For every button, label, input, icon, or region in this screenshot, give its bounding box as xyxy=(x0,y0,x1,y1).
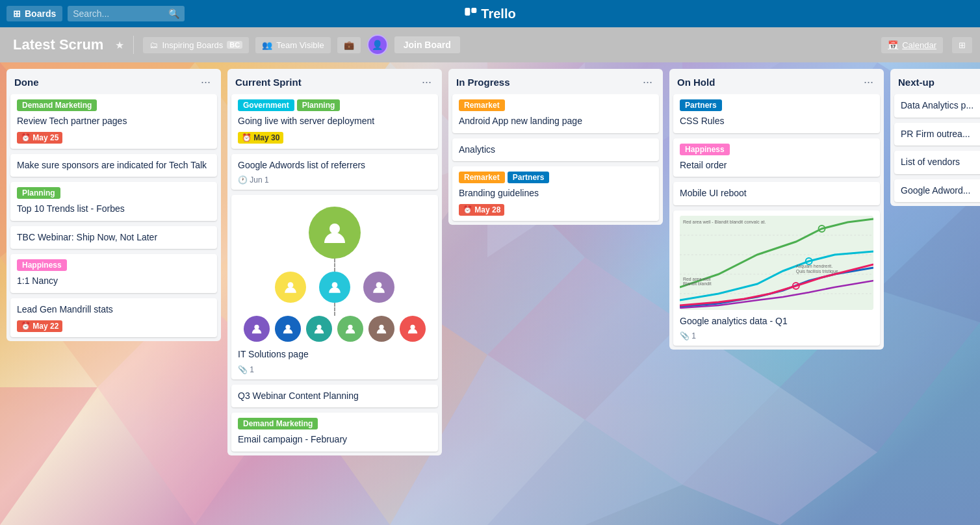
grid-icon: ⊞ xyxy=(13,8,21,19)
list-current-sprint: Current Sprint ··· Government Planning G… xyxy=(227,69,442,455)
org-node-b6 xyxy=(400,316,426,342)
list-progress-menu-button[interactable]: ··· xyxy=(640,75,655,89)
avatar[interactable]: 👤 xyxy=(367,34,388,55)
bc-badge: BC xyxy=(227,41,242,49)
card-analytics[interactable]: Analytics xyxy=(452,138,659,162)
list-done-title: Done xyxy=(14,77,39,88)
list-progress-header: In Progress ··· xyxy=(448,69,663,94)
card-branding[interactable]: Remarket Partners Branding guidelines ⏰ … xyxy=(452,166,659,221)
svg-point-33 xyxy=(379,325,383,329)
card-meta: ⏰ May 25 xyxy=(17,132,211,144)
label-happiness: Happiness xyxy=(17,259,67,271)
card-mobile-ui[interactable]: Mobile UI reboot xyxy=(673,182,880,205)
card-email-campaign[interactable]: Demand Marketing Email campaign - Februa… xyxy=(231,413,438,452)
list-sprint-title: Current Sprint xyxy=(235,77,302,88)
card-title: Mobile UI reboot xyxy=(680,187,873,200)
label-remarket: Remarket xyxy=(459,172,505,183)
card-server-deploy[interactable]: Government Planning Going live with serv… xyxy=(231,94,438,149)
card-tbc-webinar[interactable]: TBC Webinar: Ship Now, Not Later xyxy=(10,226,217,250)
card-title: List of vendors xyxy=(901,156,980,169)
card-top10[interactable]: Planning Top 10 Trends list - Forbes xyxy=(10,182,217,221)
chart-visual: Red area well - Blandit blandit convalc … xyxy=(680,216,873,310)
card-retail-order[interactable]: Happiness Retail order xyxy=(673,138,880,177)
org-bottom-row xyxy=(244,316,426,342)
card-android-app[interactable]: Remarket Android App new landing page xyxy=(452,94,659,133)
attachment-badge: 📎 1 xyxy=(238,365,254,374)
list-nextup-header: Next-up ··· xyxy=(890,69,980,94)
card-css-rules[interactable]: Partners CSS Rules xyxy=(673,94,880,133)
svg-point-32 xyxy=(348,325,352,329)
label-demand-marketing: Demand Marketing xyxy=(17,99,97,111)
team-icon: 👥 xyxy=(262,40,272,50)
boards-button[interactable]: ⊞ Boards xyxy=(6,6,62,21)
org-mid-row xyxy=(275,272,394,303)
card-meta: ⏰ May 22 xyxy=(17,320,211,332)
due-date-badge: ⏰ May 22 xyxy=(17,320,62,332)
svg-rect-0 xyxy=(465,8,470,16)
org-node-b2 xyxy=(275,316,301,342)
svg-point-27 xyxy=(332,282,338,288)
expand-icon: ⊞ xyxy=(959,40,966,50)
card-title: Top 10 Trends list - Forbes xyxy=(17,203,211,216)
label-planning: Planning xyxy=(17,187,60,199)
card-q3-webinar[interactable]: Q3 Webinar Content Planning xyxy=(231,385,438,408)
card-labels: Partners xyxy=(680,99,873,111)
card-labels: Remarket xyxy=(459,99,652,111)
label-partners: Partners xyxy=(680,99,722,111)
card-meta: ⏰ May 28 xyxy=(459,204,652,216)
card-title: IT Solutions page xyxy=(238,348,432,361)
card-leadgen[interactable]: Lead Gen Mandrill stats ⏰ May 22 xyxy=(10,298,217,337)
card-meta: 📎 1 xyxy=(680,331,873,340)
card-sponsors[interactable]: Make sure sponsors are indicated for Tec… xyxy=(10,154,217,177)
expand-button[interactable]: ⊞ xyxy=(952,37,972,53)
card-meta: ⏰ May 30 xyxy=(238,132,432,144)
svg-point-34 xyxy=(410,325,415,329)
chart-svg: Red area well - Blandit blandit convalc … xyxy=(680,216,873,310)
menu-button[interactable]: 💼 xyxy=(337,37,361,53)
board-title: Latest Scrum xyxy=(8,34,109,56)
trello-logo: Trello xyxy=(464,6,515,21)
trello-small-icon: 🗂 xyxy=(149,40,158,50)
card-title: Google Adwords list of referrers xyxy=(238,159,432,172)
team-visible-label: Team Visible xyxy=(276,40,324,50)
list-sprint-cards: Government Planning Going live with serv… xyxy=(227,94,442,455)
list-hold-header: On Hold ··· xyxy=(669,69,884,94)
svg-text:Red area well - Blandit blandi: Red area well - Blandit blandit convalc … xyxy=(683,220,766,224)
list-hold-menu-button[interactable]: ··· xyxy=(861,75,876,89)
star-icon[interactable]: ★ xyxy=(115,39,124,51)
team-visible-button[interactable]: 👥 Team Visible xyxy=(255,37,330,53)
card-title: Lead Gen Mandrill stats xyxy=(17,303,211,316)
card-pr-firm[interactable]: PR Firm outrea... xyxy=(894,123,980,146)
svg-point-28 xyxy=(376,282,382,288)
org-node-yellow xyxy=(275,272,306,303)
card-google-analytics[interactable]: Red area well - Blandit blandit convalc … xyxy=(673,211,880,346)
search-input[interactable] xyxy=(68,6,185,21)
card-adwords-referrers[interactable]: Google Adwords list of referrers 🕐 Jun 1 xyxy=(231,154,438,190)
svg-point-26 xyxy=(288,282,294,288)
svg-point-31 xyxy=(316,325,321,329)
org-node-b5 xyxy=(368,316,394,342)
card-vendors[interactable]: List of vendors xyxy=(894,151,980,174)
card-title: Google Adword... xyxy=(901,185,980,198)
svg-text:Aliquam hendrerit.: Aliquam hendrerit. xyxy=(796,264,832,269)
card-title: Email campaign - February xyxy=(238,433,432,446)
calendar-label: Calendar xyxy=(902,40,936,50)
calendar-icon: 📅 xyxy=(888,40,898,50)
card-data-analytics[interactable]: Data Analytics p... xyxy=(894,94,980,118)
inspiring-boards-button[interactable]: 🗂 Inspiring Boards BC xyxy=(143,37,249,53)
join-board-button[interactable]: Join Board xyxy=(394,36,460,53)
attachment-badge: 📎 1 xyxy=(680,331,696,340)
list-sprint-menu-button[interactable]: ··· xyxy=(419,75,434,89)
svg-text:Blandit blandit: Blandit blandit xyxy=(683,281,712,286)
label-partners: Partners xyxy=(508,172,550,183)
card-demand-marketing[interactable]: Demand Marketing Review Tech partner pag… xyxy=(10,94,217,149)
list-in-progress: In Progress ··· Remarket Android App new… xyxy=(448,69,663,225)
card-google-adwords2[interactable]: Google Adword... xyxy=(894,179,980,203)
card-title: Make sure sponsors are indicated for Tec… xyxy=(17,159,211,172)
card-it-solutions[interactable]: IT Solutions page 📎 1 xyxy=(231,195,438,379)
list-done-menu-button[interactable]: ··· xyxy=(198,75,213,89)
calendar-button[interactable]: 📅 Calendar xyxy=(881,37,943,53)
card-labels: Happiness xyxy=(680,144,873,155)
card-title: CSS Rules xyxy=(680,115,873,128)
card-nancy[interactable]: Happiness 1:1 Nancy xyxy=(10,254,217,293)
